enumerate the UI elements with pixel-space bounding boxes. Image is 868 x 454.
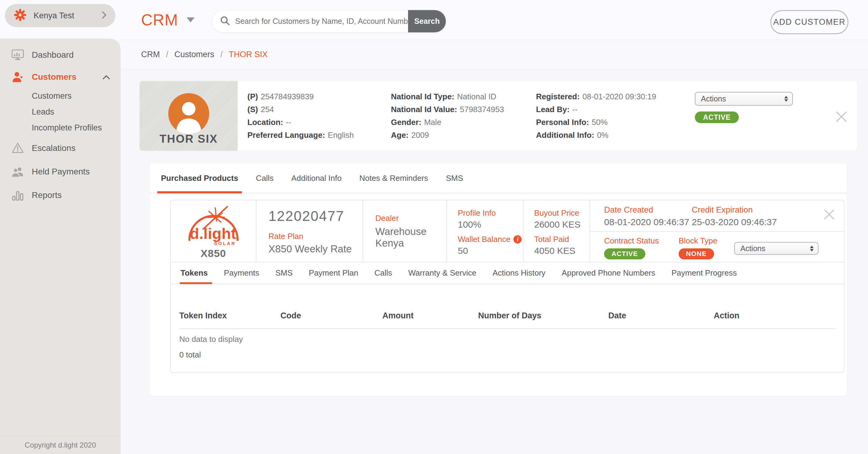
org-switcher[interactable]: Kenya Test [5,4,116,27]
additional-info-label: Additional Info: [536,130,594,140]
id-type-label: National Id Type: [391,92,455,101]
product-close-icon[interactable] [823,208,835,222]
tab-purchased-products[interactable]: Purchased Products [161,163,238,193]
customer-tabs: Purchased Products Calls Additional Info… [149,163,847,193]
breadcrumb: CRM / Customers / THOR SIX [121,40,868,69]
column-code: Code [238,311,343,321]
sidebar-item-dashboard[interactable]: Dashboard [0,44,121,66]
customer-info-column-3: Registered:08-01-2020 09:30:19 Lead By:-… [536,90,656,142]
customer-avatar-box: THOR SIX [140,81,238,151]
language-value: English [328,130,354,140]
reports-icon [11,188,25,202]
empty-table-message: No data to display [179,335,835,344]
lead-by-label: Lead By: [536,105,569,114]
column-token-index: Token Index [179,311,238,321]
select-spinner-icon [810,246,814,251]
product-tab-actions-history[interactable]: Actions History [493,263,546,283]
wallet-balance-value: 50 [458,246,523,256]
product-tab-approved-phone-numbers[interactable]: Approved Phone Numbers [562,263,655,283]
product-tab-warranty-service[interactable]: Warranty & Service [408,263,476,283]
personal-info-label: Personal Info: [536,118,589,127]
tab-sms[interactable]: SMS [446,163,463,193]
held-payments-icon [11,165,25,178]
age-label: Age: [391,130,409,140]
top-bar: Kenya Test CRM Search ADD CUSTOMER [0,0,868,40]
search-input[interactable] [235,10,408,32]
copyright: Copyright d.light 2020 [0,436,121,454]
customer-info-column-1: (P)254784939839 (S)254 Location:-- Prefe… [247,90,354,142]
location-value: -- [286,118,291,127]
product-tabs: Tokens Payments SMS Payment Plan Calls W… [171,263,844,284]
column-date: Date [567,311,668,321]
sidebar-subitem-leads[interactable]: Leads [0,104,121,120]
buyout-price-label: Buyout Price [534,208,589,218]
total-paid-value: 4050 KES [534,246,589,256]
customer-close-icon[interactable] [835,110,848,124]
product-tab-calls[interactable]: Calls [374,263,392,283]
registered-label: Registered: [536,92,580,101]
contract-status-badge: ACTIVE [604,248,645,260]
gender-label: Gender: [391,118,422,127]
breadcrumb-separator: / [166,50,168,59]
rate-plan-value: X850 Weekly Rate [269,243,363,255]
credit-expiration-value: 25-03-2020 09:46:37 [692,217,777,227]
app-title: CRM [141,11,178,29]
add-customer-button[interactable]: ADD CUSTOMER [770,10,848,34]
search-button[interactable]: Search [408,10,446,32]
tokens-table-header: Token Index Code Amount Number of Days D… [179,311,835,321]
wallet-info-icon[interactable]: i [514,235,522,243]
sidebar-subitem-customers[interactable]: Customers [0,88,121,104]
sidebar-item-held-payments[interactable]: Held Payments [0,161,121,183]
sidebar-item-label: Held Payments [32,167,90,177]
credit-expiration-label: Credit Expiration [692,205,777,215]
date-created-value: 08-01-2020 09:46:37 [604,217,692,227]
buyout-price-value: 26000 KES [534,219,589,230]
product-tab-payments[interactable]: Payments [224,263,259,283]
svg-text:d.light: d.light [190,224,236,242]
product-actions-select[interactable]: Actions [734,242,818,255]
tab-additional-info[interactable]: Additional Info [291,163,342,193]
tab-notes-reminders[interactable]: Notes & Reminders [359,163,428,193]
dashboard-icon [11,48,25,62]
product-serial-cell: 122020477 Rate Plan X850 Weekly Rate [256,201,363,262]
customers-icon [11,70,25,84]
sidebar-item-label: Reports [32,190,62,200]
product-tab-payment-progress[interactable]: Payment Progress [672,263,737,283]
breadcrumb-customers[interactable]: Customers [175,50,214,59]
breadcrumb-crm[interactable]: CRM [141,50,160,59]
chevron-right-icon [101,11,107,21]
sidebar-item-label: Dashboard [32,50,73,60]
wallet-balance-label: Wallet Balance [458,235,510,244]
sidebar-item-label: Customers [32,72,76,82]
search-bar: Search [212,10,446,32]
customer-actions-label: Actions [701,94,726,103]
product-tab-tokens[interactable]: Tokens [181,263,208,283]
product-tab-sms[interactable]: SMS [276,263,292,283]
tokens-table: Token Index Code Amount Number of Days D… [171,284,844,360]
block-type-label: Block Type [679,236,734,246]
tab-calls[interactable]: Calls [256,163,274,193]
sidebar: Dashboard Customers [0,38,121,454]
rate-plan-label: Rate Plan [269,232,363,241]
customer-name: THOR SIX [140,132,238,145]
svg-text:SOLAR: SOLAR [214,240,236,246]
app-switcher-caret-icon[interactable] [187,18,194,22]
customer-info-column-2: National Id Type:National ID National Id… [391,90,504,142]
product-panel: d.light SOLAR X850 122020477 Rate Plan X… [170,200,844,373]
avatar [167,92,210,135]
product-model: X850 [201,247,226,260]
sidebar-item-customers[interactable]: Customers [0,66,121,88]
breadcrumb-current-page: THOR SIX [229,50,268,59]
customer-detail-card: Purchased Products Calls Additional Info… [149,163,847,396]
block-type-badge: NONE [679,248,714,260]
column-amount: Amount [343,311,453,321]
sidebar-subitem-incomplete-profiles[interactable]: Incomplete Profiles [0,120,121,135]
product-tab-payment-plan[interactable]: Payment Plan [309,263,358,283]
dlight-logo: d.light SOLAR [185,204,242,247]
product-dealer-cell: Dealer Warehouse Kenya [363,201,447,262]
sidebar-item-escalations[interactable]: Escalations [0,137,121,159]
sidebar-item-reports[interactable]: Reports [0,184,121,206]
escalations-icon [11,142,25,155]
customer-actions-select[interactable]: Actions [695,92,793,106]
phone-label: (P) [247,92,258,101]
